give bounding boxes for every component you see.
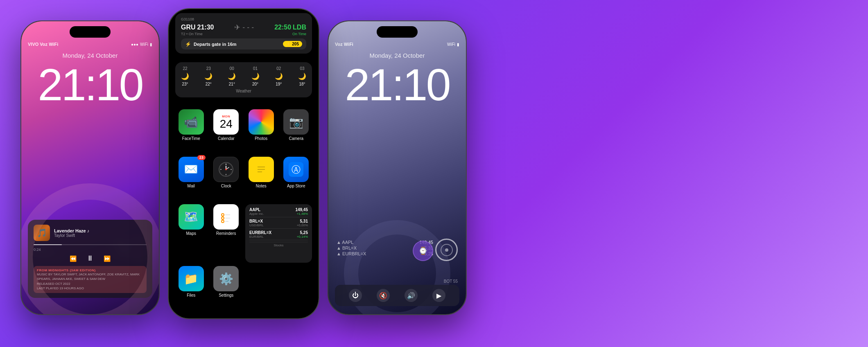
app-clock[interactable]: Clock	[210, 157, 242, 201]
battery-icon: ▮	[150, 42, 152, 47]
battery-right-icon: ▮	[457, 42, 459, 47]
si-change-1: +0,00%	[297, 223, 308, 227]
pause-button[interactable]: ⏸	[86, 254, 94, 263]
app-calendar[interactable]: MON 24 Calendar	[210, 109, 242, 153]
stocks-widget-label: Stocks	[249, 242, 308, 247]
photos-icon[interactable]	[249, 109, 274, 135]
music-released: RELEASED OCT 2022	[37, 282, 143, 286]
weather-hours: 22 🌙 23° 23 🌙 22° 00 🌙 21°	[181, 66, 306, 86]
mail-icon[interactable]: ✉️ 23	[179, 157, 204, 182]
app-facetime[interactable]: 📹 FaceTime	[175, 109, 207, 153]
dynamic-island-right	[377, 26, 418, 38]
si-sub-2: EUR/BRL	[249, 235, 271, 239]
app-maps[interactable]: 🗺️ Maps	[175, 204, 207, 263]
wh-temp-5: 18°	[299, 82, 305, 86]
flight-notification[interactable]: G31108 GRU 21:30 ✈ - - - 22:50 LDB T2 • …	[175, 13, 312, 54]
rewind-button[interactable]: ⏪	[70, 255, 77, 262]
gate-badge-icon: ⚡	[286, 42, 291, 46]
appstore-svg: Ⓐ	[289, 162, 303, 177]
appstore-label: App Store	[287, 184, 305, 188]
date-label-left: Monday, 24 October	[29, 52, 151, 59]
mute-button[interactable]: 🔇	[377, 289, 390, 302]
wh-temp-2: 21°	[229, 82, 235, 86]
volume-up-button[interactable]: 🔊	[405, 289, 418, 302]
app-settings[interactable]: ⚙️ Settings	[210, 266, 242, 310]
forward-button[interactable]: ⏩	[104, 255, 111, 262]
si-name-2: EURBRL=X	[249, 230, 271, 235]
song-title: Lavender Haze ♪	[54, 228, 147, 233]
settings-label: Settings	[219, 293, 233, 297]
maps-icon[interactable]: 🗺️	[179, 204, 204, 230]
stock-name-r2: ▲ EURBRL=X	[337, 251, 366, 256]
calendar-label: Calendar	[218, 136, 235, 141]
status-bar-right: Voz WiFi WiFi ▮	[335, 42, 459, 47]
reminders-icon[interactable]	[213, 204, 239, 230]
notes-label: Notes	[256, 184, 267, 188]
music-controls: ⏪ ⏸ ⏩	[34, 254, 147, 263]
flight-carrier: G31108	[181, 17, 194, 21]
facetime-icon[interactable]: 📹	[179, 109, 204, 135]
flight-arrow-icon: ✈ - - -	[234, 23, 254, 32]
app-mail[interactable]: ✉️ 23 Mail	[175, 157, 207, 201]
photos-label: Photos	[255, 136, 267, 141]
circle-inner	[133, 244, 146, 256]
gate-badge: ⚡ 205	[283, 41, 302, 47]
notes-icon[interactable]	[249, 157, 274, 182]
power-button[interactable]: ⏻	[349, 289, 362, 302]
svg-rect-15	[219, 210, 233, 224]
progress-bar[interactable]	[34, 244, 147, 245]
si-price-2: 5,25	[297, 230, 308, 235]
status-bar-left: VIVO Voz WiFi ●●● WiFi ▮	[28, 42, 152, 47]
weather-label: Weather	[181, 89, 306, 93]
wh-time-3: 01	[253, 66, 258, 71]
stock-val-2: 5,25	[118, 251, 126, 256]
files-icon-glyph: 📁	[184, 272, 198, 286]
circle-inner-right	[441, 244, 453, 256]
wh-temp-4: 19°	[276, 82, 282, 86]
app-notes[interactable]: Notes	[245, 157, 277, 201]
progress-time: 0:24	[34, 248, 147, 252]
files-icon[interactable]: 📁	[179, 266, 204, 291]
stock-row: ▲ BRL=X 5,31	[29, 246, 126, 250]
settings-icon[interactable]: ⚙️	[213, 266, 239, 291]
stock-row: ▲ AAPL 149,45	[29, 240, 126, 245]
status-icons-left: ●●● WiFi ▮	[131, 42, 152, 47]
si-change-2: +0,14%	[297, 235, 308, 239]
app-photos[interactable]: Photos	[245, 109, 277, 153]
flight-status-to: On Time	[292, 32, 306, 36]
bottom-bar-right: ⏻ 🔇 🔊 ▶	[335, 285, 459, 306]
stock-name-1: ▲ BRL=X	[29, 246, 50, 250]
dynamic-island-left	[70, 26, 111, 38]
center-phone: G31108 GRU 21:30 ✈ - - - 22:50 LDB T2 • …	[168, 8, 319, 319]
stocks-widget-grid[interactable]: AAPL Apple Inc. 149,45 +1,48% BRL=X USD/…	[245, 204, 312, 263]
svg-text:Ⓐ: Ⓐ	[292, 164, 301, 175]
clock-icon[interactable]	[213, 157, 239, 182]
si-price-1: 5,31	[297, 219, 308, 223]
appstore-icon[interactable]: Ⓐ	[283, 157, 309, 182]
app-appstore[interactable]: Ⓐ App Store	[280, 157, 312, 201]
wifi-right-icon: WiFi	[447, 42, 455, 47]
app-camera[interactable]: 📷 Camera	[280, 109, 312, 153]
si-sub-0: Apple Inc.	[249, 212, 264, 216]
wh-icon-2: 🌙	[228, 72, 236, 80]
mail-label: Mail	[188, 184, 195, 188]
maps-icon-glyph: 🗺️	[184, 210, 198, 223]
wh-temp-1: 22°	[206, 82, 212, 86]
song-artist: Taylor Swift	[54, 233, 147, 238]
app-files[interactable]: 📁 Files	[175, 266, 207, 310]
gate-message: Departs gate in 16m	[194, 42, 237, 47]
app-reminders[interactable]: Reminders	[210, 204, 242, 263]
maps-label: Maps	[186, 231, 196, 236]
si-name-0: AAPL	[249, 207, 264, 212]
calendar-icon[interactable]: MON 24	[213, 109, 239, 135]
wifi-icon: WiFi	[140, 42, 148, 47]
progress-fill	[34, 244, 62, 245]
reminders-label: Reminders	[216, 231, 236, 236]
weather-hour-0: 22 🌙 23°	[181, 66, 189, 86]
album-art: 🎵	[34, 225, 50, 241]
flight-to-time: 22:50	[274, 24, 291, 31]
reminders-svg	[219, 210, 233, 224]
camera-icon[interactable]: 📷	[283, 109, 309, 135]
gate-bar[interactable]: ⚡ Departs gate in 16m ⚡ 205	[181, 38, 306, 50]
play-button[interactable]: ▶	[432, 289, 445, 302]
